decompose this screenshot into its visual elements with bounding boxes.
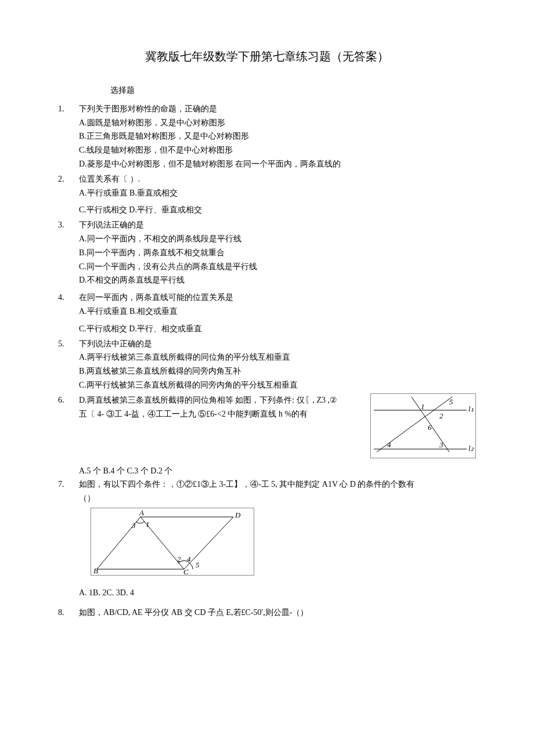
q5-optC: C.两平行线被第三条直线所截得的同旁内角的平分线互相垂直: [79, 378, 476, 392]
q7-label-D: D: [234, 511, 241, 519]
q7-text: 如图，有以下四个条件：，①②£1③上 3-工】，④-工 5, 其中能判定 A1V…: [79, 478, 476, 491]
q7-figure: A D B C 1 3 2 4 5: [91, 508, 476, 580]
q4-line1: A.平行或垂直 B.相交或垂直: [79, 305, 476, 319]
q1-optB: B.正三角形既是轴对称图形，又是中心对称图形: [79, 129, 476, 143]
q5-number: 5.: [58, 337, 75, 351]
question-2: 2. 位置关系有〔 ）. A.平行或垂直 B.垂直或相交 C.平行或相交 D.平…: [58, 172, 476, 217]
q1-number: 1.: [58, 102, 75, 116]
q5-text: 下列说法中正确的是: [79, 337, 476, 351]
question-5: 5. 下列说法中正确的是 A.两平行线被第三条直线所截得的同位角的平分线互相垂直…: [58, 337, 476, 392]
q6-answers: A.5 个 B.4 个 C.3 个 D.2 个: [79, 464, 476, 478]
q6-label-3: 3: [439, 440, 443, 449]
q6-label-6: 6: [428, 423, 432, 432]
q1-optD: D.菱形是中心对称图形，但不是轴对称图形 在同一个平面内，两条直线的: [79, 157, 476, 171]
q1-optA: A.圆既是轴对称图形，又是中心对称图形: [79, 116, 476, 130]
question-1: 1. 下列关于图形对称性的命题，正确的是 A.圆既是轴对称图形，又是中心对称图形…: [58, 102, 476, 171]
q1-optC: C.线段是轴对称图形，但不是中心对称图形: [79, 143, 476, 157]
question-3: 3. 下列说法正确的是 A.同一个平面内，不相交的两条线段是平行线 B.同一个平…: [58, 218, 476, 287]
q7-label-C: C: [183, 567, 189, 576]
question-7: 7. 如图，有以下四个条件：，①②£1③上 3-工】，④-工 5, 其中能判定 …: [58, 478, 476, 505]
q3-number: 3.: [58, 218, 75, 232]
q7-label-B: B: [93, 566, 98, 575]
q7-paren: （）: [79, 491, 476, 505]
q6-number: 6.: [58, 393, 75, 407]
q4-number: 4.: [58, 291, 75, 305]
q2-line3: C.平行或相交 D.平行、垂直或相交: [79, 203, 476, 217]
q4-line2: C.平行或相交 D.平行、相交或垂直: [79, 322, 476, 336]
q6-line1: D.两直线被第三条直线所截得的同位角相等 如图，下列条件: 仅〖, Z3 ,②: [79, 393, 367, 407]
page-title: 冀教版七年级数学下册第七章练习题（无答案）: [58, 46, 476, 66]
q7-label-2: 2: [177, 555, 181, 563]
q3-optD: D.不相交的两条直线是平行线: [79, 273, 476, 287]
question-4: 4. 在同一平面内，两条直线可能的位置关系是 A.平行或垂直 B.相交或垂直 C…: [58, 291, 476, 335]
q7-label-5: 5: [196, 560, 200, 569]
q6-label-l2: l₂: [468, 444, 474, 453]
q6-label-2: 2: [439, 411, 443, 420]
q6-label-5: 5: [449, 397, 453, 406]
q6-label-1: 1: [421, 402, 425, 411]
q1-text: 下列关于图形对称性的命题，正确的是: [79, 102, 476, 116]
q6-label-4: 4: [387, 440, 391, 449]
q8-number: 8.: [58, 606, 75, 620]
q6-figure: l₁ l₂ 5 1 2 6 4 3: [367, 393, 476, 463]
q2-number: 2.: [58, 172, 75, 186]
q7-label-4: 4: [187, 555, 191, 563]
q2-line1: 位置关系有〔 ）.: [79, 172, 476, 186]
q6-line2: 五〔 4- ③工 4-益，④工工一上九 ⑤£6-<2 中能判断直线 h %的有: [79, 407, 367, 421]
q2-line2: A.平行或垂直 B.垂直或相交: [79, 186, 476, 200]
q5-optB: B.两直线被第三条直线所截得的同旁内角互补: [79, 364, 476, 378]
q5-optA: A.两平行线被第三条直线所截得的同位角的平分线互相垂直: [79, 350, 476, 364]
q6-label-l1: l₁: [468, 404, 474, 413]
q3-text: 下列说法正确的是: [79, 218, 476, 232]
q3-optC: C.同一个平面内，没有公共点的两条直线是平行线: [79, 260, 476, 274]
q7-label-A: A: [139, 508, 144, 517]
q7-label-3: 3: [131, 521, 136, 530]
q7-answers: A. 1B. 2C. 3D. 4: [79, 586, 476, 600]
q7-number: 7.: [58, 478, 75, 491]
q7-label-1: 1: [146, 520, 150, 529]
question-8: 8. 如图，AB/CD, AE 平分仪 AB 交 CD 子点 E,若£C-50'…: [58, 606, 476, 620]
q3-optA: A.同一个平面内，不相交的两条线段是平行线: [79, 232, 476, 246]
question-6: 6. D.两直线被第三条直线所截得的同位角相等 如图，下列条件: 仅〖, Z3 …: [58, 393, 476, 463]
section-header: 选择题: [110, 84, 476, 97]
q3-optB: B.同一个平面内，两条直线不相交就重合: [79, 246, 476, 260]
q8-text: 如图，AB/CD, AE 平分仪 AB 交 CD 子点 E,若£C-50',则公…: [79, 606, 476, 620]
q4-text: 在同一平面内，两条直线可能的位置关系是: [79, 291, 476, 305]
